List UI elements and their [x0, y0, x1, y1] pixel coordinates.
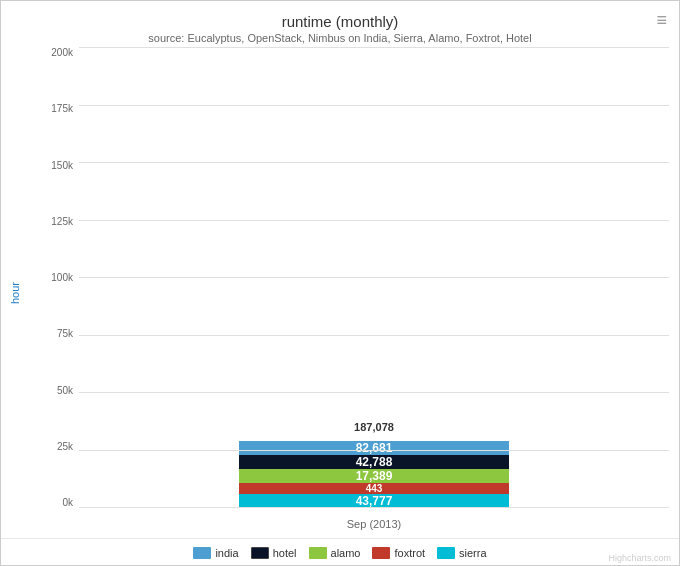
- bar-group: 187,078 43,77744317,38942,78882,681: [239, 441, 509, 508]
- legend-label-sierra: sierra: [459, 547, 487, 559]
- legend-item-alamo[interactable]: alamo: [309, 547, 361, 559]
- y-tick-50k: 50k: [37, 386, 79, 396]
- grid-line: [79, 105, 669, 106]
- y-axis-label: hour: [1, 48, 29, 538]
- y-tick-100k: 100k: [37, 273, 79, 283]
- legend-item-foxtrot[interactable]: foxtrot: [372, 547, 425, 559]
- grid-line: [79, 162, 669, 163]
- bar-segment-alamo: 17,389: [239, 469, 509, 483]
- grid-line: [79, 335, 669, 336]
- bar-segment-foxtrot: 443: [239, 483, 509, 494]
- y-tick-25k: 25k: [37, 442, 79, 452]
- grid-line: [79, 277, 669, 278]
- total-label: 187,078: [354, 421, 394, 433]
- y-tick-175k: 175k: [37, 104, 79, 114]
- grid-line: [79, 220, 669, 221]
- legend-label-india: india: [215, 547, 238, 559]
- legend-item-sierra[interactable]: sierra: [437, 547, 487, 559]
- legend-label-foxtrot: foxtrot: [394, 547, 425, 559]
- bar-segment-india: 82,681: [239, 441, 509, 455]
- bar-segment-sierra: 43,777: [239, 494, 509, 508]
- legend-color-foxtrot: [372, 547, 390, 559]
- chart-body: hour 0k 25k 50k 75k 100k 125k 150k 175k …: [1, 48, 679, 538]
- grid-line: [79, 507, 669, 508]
- chart-title: runtime (monthly): [1, 13, 679, 30]
- y-tick-125k: 125k: [37, 217, 79, 227]
- plot-area: 187,078 43,77744317,38942,78882,681: [79, 48, 669, 508]
- y-ticks: 0k 25k 50k 75k 100k 125k 150k 175k 200k: [37, 48, 79, 508]
- hamburger-button[interactable]: ≡: [656, 11, 667, 29]
- y-tick-0k: 0k: [37, 498, 79, 508]
- y-tick-75k: 75k: [37, 329, 79, 339]
- chart-header: runtime (monthly) source: Eucalyptus, Op…: [1, 1, 679, 48]
- chart-container: runtime (monthly) source: Eucalyptus, Op…: [0, 0, 680, 566]
- grid-line: [79, 392, 669, 393]
- legend: indiahotelalamofoxtrotsierra: [1, 538, 679, 565]
- grid-line: [79, 450, 669, 451]
- y-tick-200k: 200k: [37, 48, 79, 58]
- bar-segment-hotel: 42,788: [239, 455, 509, 469]
- legend-color-sierra: [437, 547, 455, 559]
- legend-color-hotel: [251, 547, 269, 559]
- chart-inner: 0k 25k 50k 75k 100k 125k 150k 175k 200k …: [29, 48, 669, 538]
- legend-label-alamo: alamo: [331, 547, 361, 559]
- y-tick-150k: 150k: [37, 161, 79, 171]
- chart-subtitle: source: Eucalyptus, OpenStack, Nimbus on…: [1, 32, 679, 44]
- legend-label-hotel: hotel: [273, 547, 297, 559]
- grid-area: 0k 25k 50k 75k 100k 125k 150k 175k 200k …: [37, 48, 669, 538]
- grid-line: [79, 47, 669, 48]
- legend-item-india[interactable]: india: [193, 547, 238, 559]
- legend-color-india: [193, 547, 211, 559]
- legend-item-hotel[interactable]: hotel: [251, 547, 297, 559]
- x-axis-label: Sep (2013): [79, 518, 669, 530]
- legend-color-alamo: [309, 547, 327, 559]
- highcharts-credit: Highcharts.com: [608, 553, 671, 563]
